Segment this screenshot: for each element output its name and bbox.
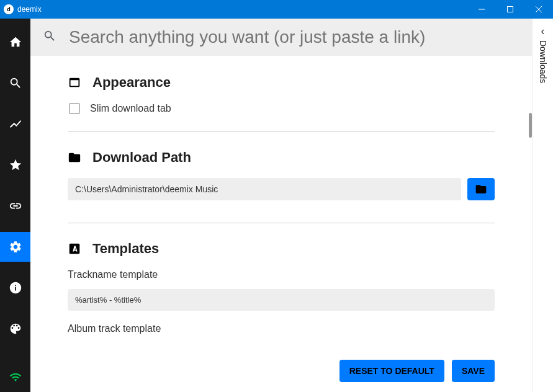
nav-about[interactable]: [0, 273, 30, 303]
divider: [68, 223, 495, 223]
nav-settings[interactable]: [0, 232, 30, 262]
slim-tab-checkbox[interactable]: [69, 103, 80, 114]
nav-charts[interactable]: [0, 109, 30, 139]
scrollbar-thumb[interactable]: [529, 113, 532, 138]
content-area: Appearance Slim download tab Download Pa…: [30, 19, 532, 392]
app-icon: d: [4, 4, 14, 14]
nav-search[interactable]: [0, 68, 30, 98]
trackname-label: Trackname template: [68, 269, 495, 280]
templates-heading: Templates: [92, 241, 159, 257]
web-icon: [68, 76, 81, 89]
trackname-template-input[interactable]: [68, 289, 495, 311]
search-icon: [43, 29, 69, 45]
browse-folder-button[interactable]: [467, 178, 495, 200]
folder-icon: [68, 151, 81, 164]
svg-rect-1: [508, 7, 513, 12]
downloads-tab-label: Downloads: [538, 40, 548, 83]
nav-home[interactable]: [0, 27, 30, 57]
window-title: deemix: [17, 5, 467, 14]
album-template-label: Album track template: [68, 323, 495, 334]
download-path-input[interactable]: [68, 178, 461, 200]
titlebar: d deemix: [0, 0, 553, 19]
appearance-heading: Appearance: [92, 74, 171, 91]
divider: [68, 131, 495, 132]
nav-favorites[interactable]: [0, 150, 30, 180]
chevron-left-icon: ‹: [541, 25, 545, 38]
downloads-tab[interactable]: ‹ Downloads: [532, 19, 553, 392]
font-icon: [68, 242, 81, 256]
connection-status-icon: [9, 371, 22, 386]
close-button[interactable]: [524, 0, 553, 19]
nav-theme[interactable]: [0, 314, 30, 344]
download-path-heading: Download Path: [92, 149, 191, 166]
searchbar: [30, 19, 532, 56]
reset-button[interactable]: RESET TO DEFAULT: [339, 360, 444, 382]
maximize-button[interactable]: [496, 0, 524, 19]
slim-tab-label: Slim download tab: [90, 103, 171, 114]
sidebar: [0, 19, 30, 392]
save-button[interactable]: SAVE: [452, 360, 495, 382]
minimize-button[interactable]: [467, 0, 496, 19]
nav-link[interactable]: [0, 191, 30, 221]
search-input[interactable]: [69, 27, 519, 47]
